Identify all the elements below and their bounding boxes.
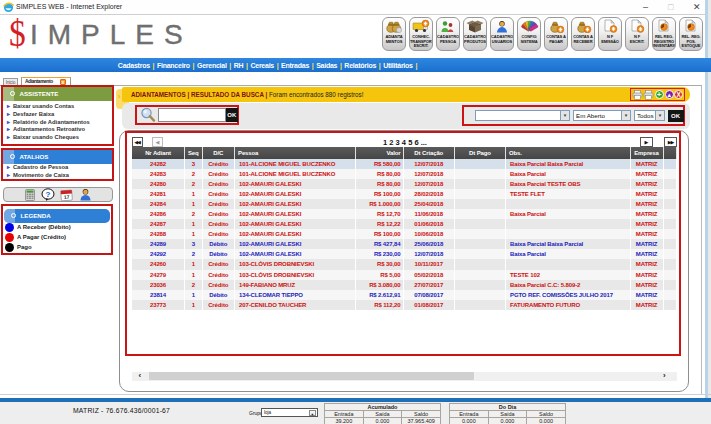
svg-text:17: 17 — [64, 193, 70, 199]
svg-text:?: ? — [46, 189, 51, 198]
